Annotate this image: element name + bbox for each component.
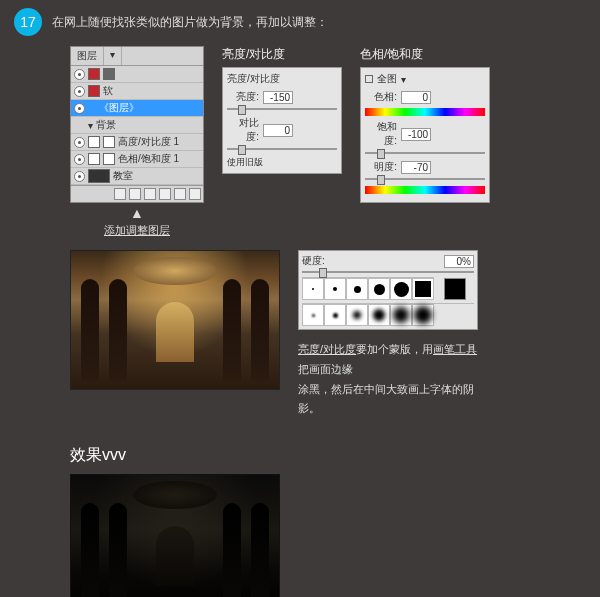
- brush-preset[interactable]: [368, 304, 390, 326]
- layer-row[interactable]: 软: [71, 83, 203, 100]
- adjust-icon: [88, 153, 100, 165]
- brightness-panel: 亮度/对比度 亮度:-150 对比度:0 使用旧版: [222, 67, 342, 174]
- layers-tab[interactable]: 图层: [71, 47, 104, 65]
- brush-preset[interactable]: [302, 278, 324, 300]
- new-icon[interactable]: [174, 188, 186, 200]
- swatch-icon: [365, 75, 373, 83]
- mask-icon[interactable]: [129, 188, 141, 200]
- layer-row[interactable]: 《图层》: [71, 100, 203, 117]
- color-swatch: [88, 68, 100, 80]
- color-swatch: [103, 68, 115, 80]
- brush-preset[interactable]: [390, 304, 412, 326]
- adjust-icon: [88, 136, 100, 148]
- eye-icon[interactable]: [74, 154, 85, 165]
- layer-thumb: [88, 169, 110, 183]
- hue-slider[interactable]: [365, 108, 485, 116]
- tab-arrow-icon: ▾: [104, 47, 122, 65]
- result-title: 效果vvv: [70, 445, 586, 466]
- hue-panel: 全图▾ 色相:0 饱和度:-100 明度:-70: [360, 67, 490, 203]
- caption: 添加调整图层: [70, 223, 204, 238]
- value-input[interactable]: -150: [263, 91, 293, 104]
- mask-icon: [103, 136, 115, 148]
- color-swatch: [88, 85, 100, 97]
- instruction-text: 亮度/对比度要加个蒙版，用画笔工具把画面边缘涂黑，然后在中间大致画上字体的阴影。: [298, 340, 478, 419]
- value-input[interactable]: -100: [401, 128, 431, 141]
- value-input[interactable]: 0%: [444, 255, 474, 268]
- eye-icon[interactable]: [74, 171, 85, 182]
- brush-preset[interactable]: [412, 304, 434, 326]
- brush-preset[interactable]: [390, 278, 412, 300]
- eye-icon[interactable]: [74, 69, 85, 80]
- brush-preset[interactable]: [324, 278, 346, 300]
- value-input[interactable]: -70: [401, 161, 431, 174]
- mask-icon: [103, 153, 115, 165]
- layer-row[interactable]: ▾背景: [71, 117, 203, 134]
- panel-title: 色相/饱和度: [360, 46, 490, 63]
- reference-image: [70, 250, 280, 390]
- brush-panel: 硬度:0%: [298, 250, 478, 330]
- intro-text: 在网上随便找张类似的图片做为背景，再加以调整：: [52, 14, 328, 31]
- layer-row[interactable]: 教室: [71, 168, 203, 185]
- brush-preset[interactable]: [324, 304, 346, 326]
- slider[interactable]: [227, 108, 337, 110]
- value-input[interactable]: 0: [263, 124, 293, 137]
- hue-strip: [365, 186, 485, 194]
- checkbox-label[interactable]: 使用旧版: [227, 156, 337, 169]
- slider[interactable]: [365, 178, 485, 180]
- folder-icon[interactable]: [159, 188, 171, 200]
- result-image: [70, 474, 280, 597]
- layer-row[interactable]: 高度/对比度 1: [71, 134, 203, 151]
- brush-preset[interactable]: [368, 278, 390, 300]
- eye-icon[interactable]: [74, 103, 85, 114]
- layer-row[interactable]: [71, 66, 203, 83]
- value-input[interactable]: 0: [401, 91, 431, 104]
- label: 硬度:: [302, 254, 325, 268]
- arrow-up-icon: ▲: [70, 205, 204, 221]
- fx-icon[interactable]: [114, 188, 126, 200]
- eye-icon[interactable]: [74, 137, 85, 148]
- slider[interactable]: [302, 271, 474, 273]
- trash-icon[interactable]: [189, 188, 201, 200]
- brush-preset[interactable]: [346, 278, 368, 300]
- slider[interactable]: [227, 148, 337, 150]
- panel-title: 亮度/对比度: [222, 46, 342, 63]
- label: 亮度:: [227, 90, 259, 104]
- brush-preset[interactable]: [412, 278, 434, 300]
- brush-preset[interactable]: [346, 304, 368, 326]
- brush-preset[interactable]: [302, 304, 324, 326]
- label: 对比度:: [227, 116, 259, 144]
- layer-row[interactable]: 色相/饱和度 1: [71, 151, 203, 168]
- label: 饱和度:: [365, 120, 397, 148]
- layers-panel: 图层▾ 软 《图层》 ▾背景 高度/对比度 1 色相/饱和度 1 教室: [70, 46, 204, 203]
- step-badge: 17: [14, 8, 42, 36]
- adjust-icon[interactable]: [144, 188, 156, 200]
- fg-color[interactable]: [444, 278, 466, 300]
- preset-select[interactable]: 全图: [377, 72, 397, 86]
- label: 色相:: [365, 90, 397, 104]
- label: 明度:: [365, 160, 397, 174]
- eye-icon[interactable]: [74, 86, 85, 97]
- slider[interactable]: [365, 152, 485, 154]
